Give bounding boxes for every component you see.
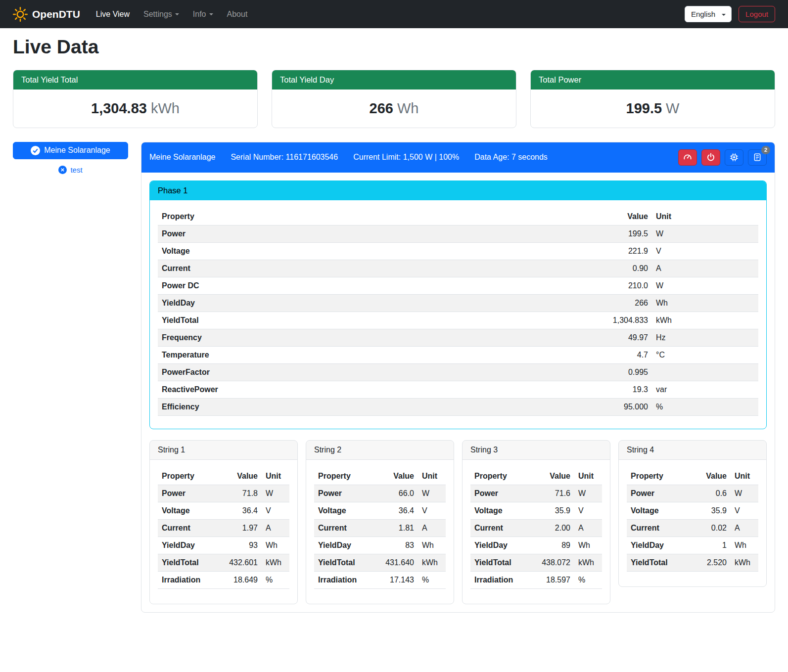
- column-header-value: Value: [536, 468, 574, 485]
- sidebar-item-inverter-test[interactable]: test: [13, 166, 128, 174]
- power-button[interactable]: [701, 149, 720, 166]
- inverter-panel-header: Meine Solaranlage Serial Number: 1161716…: [141, 142, 775, 173]
- table-row: YieldTotal2.520kWh: [627, 554, 758, 571]
- table-row: Current0.02A: [627, 519, 758, 537]
- property-cell: Power: [470, 485, 536, 502]
- value-number: 266: [370, 100, 393, 116]
- brand-label: OpenDTU: [32, 8, 80, 20]
- string-table-body: Power0.6WVoltage35.9VCurrent0.02AYieldDa…: [627, 485, 758, 571]
- card-value: 1,304.83kWh: [13, 90, 257, 128]
- unit-cell: %: [652, 398, 758, 415]
- string-table: Property Value Unit Power66.0WVoltage36.…: [314, 468, 446, 589]
- phase-card-body: Property Value Unit Power199.5WVoltage22…: [150, 200, 766, 429]
- phase-card: Phase 1 Property Value Unit Power199.5WV…: [149, 180, 767, 429]
- string-table: Property Value Unit Power71.6WVoltage35.…: [470, 468, 602, 589]
- value-cell: 199.5: [603, 225, 652, 242]
- chevron-down-icon: [175, 13, 179, 15]
- unit-cell: V: [652, 242, 758, 260]
- column-header-property: Property: [470, 468, 536, 485]
- logout-button[interactable]: Logout: [739, 6, 775, 22]
- property-cell: YieldTotal: [158, 554, 223, 571]
- value-cell: 35.9: [536, 502, 574, 519]
- table-row: Current0.90A: [158, 260, 758, 277]
- nav-item-about[interactable]: About: [220, 6, 255, 23]
- value-cell: 2.520: [692, 554, 731, 571]
- limit-settings-button[interactable]: [678, 149, 697, 166]
- nav-item-info[interactable]: Info: [186, 6, 220, 23]
- unit-cell: W: [652, 225, 758, 242]
- property-cell: Frequency: [158, 329, 603, 346]
- unit-cell: A: [418, 519, 446, 537]
- string-card-body: Property Value Unit Power71.8WVoltage36.…: [150, 460, 297, 604]
- property-cell: Power: [158, 225, 603, 242]
- sidebar-item-inverter-selected[interactable]: Meine Solaranlage: [13, 142, 128, 159]
- table-row: YieldTotal438.072kWh: [470, 554, 602, 571]
- unit-cell: %: [262, 571, 289, 588]
- table-header-row: Property Value Unit: [627, 468, 758, 485]
- property-cell: YieldDay: [158, 294, 603, 312]
- value-cell: 95.000: [603, 398, 652, 415]
- card-value: 266Wh: [272, 90, 516, 128]
- table-row: Power199.5W: [158, 225, 758, 242]
- value-cell: 36.4: [223, 502, 262, 519]
- table-row: YieldTotal1,304.833kWh: [158, 312, 758, 329]
- property-cell: Current: [470, 519, 536, 537]
- inverter-action-buttons: 2: [678, 149, 767, 166]
- nav-links: Live View Settings Info About: [89, 6, 255, 23]
- table-row: Irradiation17.143%: [314, 571, 446, 588]
- unit-cell: °C: [652, 346, 758, 363]
- column-header-unit: Unit: [731, 468, 758, 485]
- property-cell: YieldDay: [470, 537, 536, 554]
- current-limit: Current Limit: 1,500 W | 100%: [353, 153, 459, 162]
- property-cell: Power: [627, 485, 692, 502]
- chevron-down-icon: [722, 14, 726, 16]
- unit-cell: W: [262, 485, 289, 502]
- property-cell: Current: [314, 519, 379, 537]
- unit-cell: A: [652, 260, 758, 277]
- brand-link[interactable]: OpenDTU: [13, 7, 80, 22]
- event-log-icon: [753, 153, 762, 162]
- string-table-body: Power71.8WVoltage36.4VCurrent1.97AYieldD…: [158, 485, 289, 588]
- value-unit: W: [666, 100, 679, 116]
- nav-item-live-view[interactable]: Live View: [89, 6, 137, 23]
- cpu-info-icon: [730, 153, 739, 162]
- unit-cell: Wh: [262, 537, 289, 554]
- table-row: Temperature4.7°C: [158, 346, 758, 363]
- value-unit: Wh: [397, 100, 419, 116]
- power-icon: [706, 153, 715, 162]
- table-row: Power71.8W: [158, 485, 289, 502]
- property-cell: Power: [158, 485, 223, 502]
- column-header-unit: Unit: [418, 468, 446, 485]
- value-cell: 93: [223, 537, 262, 554]
- unit-cell: A: [731, 519, 758, 537]
- sidebar-item-label: test: [70, 166, 82, 174]
- table-row: Power0.6W: [627, 485, 758, 502]
- card-header: Total Yield Total: [13, 70, 257, 90]
- sidebar-item-label: Meine Solaranlage: [44, 146, 110, 155]
- value-cell: 71.8: [223, 485, 262, 502]
- unit-cell: W: [652, 277, 758, 294]
- total-power-card: Total Power 199.5W: [530, 70, 775, 128]
- table-row: Voltage36.4V: [158, 502, 289, 519]
- value-cell: 1: [692, 537, 731, 554]
- property-cell: YieldDay: [314, 537, 379, 554]
- value-cell: 1.81: [379, 519, 418, 537]
- value-cell: 0.6: [692, 485, 731, 502]
- top-navbar: OpenDTU Live View Settings Info About En…: [0, 0, 788, 28]
- table-row: YieldDay93Wh: [158, 537, 289, 554]
- unit-cell: kWh: [574, 554, 602, 571]
- property-cell: PowerFactor: [158, 363, 603, 381]
- inverter-sidebar: Meine Solaranlage test: [13, 142, 128, 174]
- property-cell: Voltage: [158, 502, 223, 519]
- table-header-row: Property Value Unit: [470, 468, 602, 485]
- card-header: Total Yield Day: [272, 70, 516, 90]
- device-info-button[interactable]: [725, 149, 743, 166]
- column-header-property: Property: [627, 468, 692, 485]
- value-cell: 2.00: [536, 519, 574, 537]
- x-circle-icon: [58, 166, 67, 174]
- nav-item-settings[interactable]: Settings: [137, 6, 186, 23]
- unit-cell: var: [652, 381, 758, 398]
- language-select[interactable]: English: [685, 6, 732, 22]
- event-log-button[interactable]: 2: [748, 149, 767, 166]
- unit-cell: kWh: [418, 554, 446, 571]
